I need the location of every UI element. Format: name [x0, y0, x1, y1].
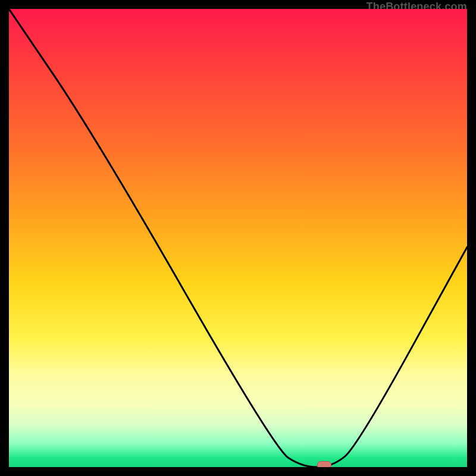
- curve-path: [9, 9, 467, 467]
- plot-area: [9, 9, 467, 467]
- chart-frame: TheBottleneck.com: [9, 9, 467, 467]
- bottleneck-curve: [9, 9, 467, 467]
- optimum-marker: [317, 461, 331, 467]
